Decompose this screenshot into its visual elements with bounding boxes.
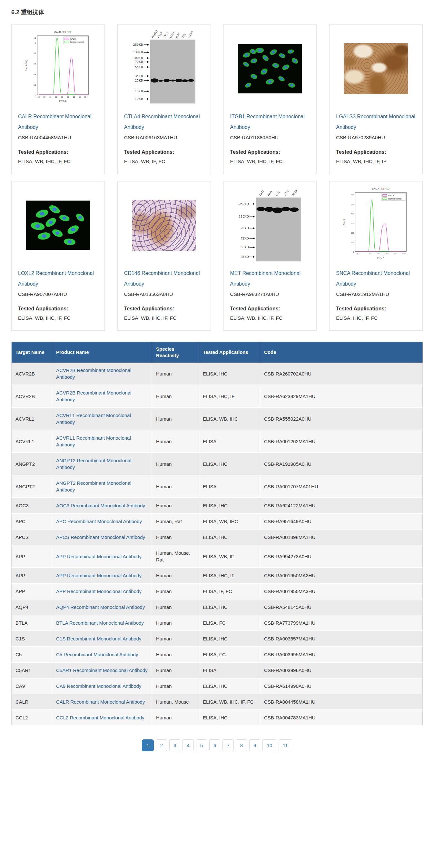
product-link[interactable]: LGALS3 Recombinant Monoclonal Antibody — [336, 111, 416, 132]
product-link[interactable]: ANGPT2 Recombinant Monoclonal Antibody — [56, 480, 131, 493]
product-link[interactable]: ANGPT2 Recombinant Monoclonal Antibody — [56, 458, 131, 470]
western-blot-image[interactable]: 293T Hela L02 PC-3 A549 250K — [230, 185, 310, 265]
product-link[interactable]: C5 Recombinant Monoclonal Antibody — [56, 652, 138, 657]
svg-text:Isotype control: Isotype control — [70, 41, 84, 43]
svg-text:1: 1 — [35, 42, 36, 44]
page-button[interactable]: 6 — [209, 739, 220, 751]
svg-text:72KD: 72KD — [241, 237, 249, 240]
western-blot-ctla4: HepG2 K562 SY5Y U251 PC-3 293 MCF7 — [129, 29, 199, 108]
page-button[interactable]: 9 — [249, 739, 260, 751]
code-cell: CSB-RA994273A0HU — [260, 545, 423, 567]
species-reactivity-cell: Human — [152, 678, 199, 694]
col-header-species-reactivity: Species Reactivity — [152, 342, 199, 363]
svg-text:FITC-A: FITC-A — [59, 100, 67, 102]
svg-text:200: 200 — [351, 232, 354, 234]
page-button[interactable]: 4 — [183, 739, 193, 751]
product-link[interactable]: CA9 Recombinant Monoclonal Antibody — [56, 683, 141, 689]
product-link[interactable]: C1S Recombinant Monoclonal Antibody — [56, 636, 141, 642]
page-button[interactable]: 2 — [156, 739, 167, 751]
product-link[interactable]: SNCA Recombinant Monoclonal Antibody — [336, 268, 416, 289]
flow-histogram-snca: SNCA / E1 / E2 0 100 200 300 400 500 602… — [341, 185, 411, 265]
svg-text:95KD: 95KD — [241, 226, 249, 230]
page-button[interactable]: 3 — [169, 739, 180, 751]
target-name-cell: APP — [11, 567, 52, 583]
product-link[interactable]: APP Recombinant Monoclonal Antibody — [56, 573, 142, 578]
product-link[interactable]: APC Recombinant Monoclonal Antibody — [56, 519, 142, 524]
if-cells-loxl2 — [26, 200, 90, 251]
svg-text:10⁶: 10⁶ — [386, 253, 389, 255]
page-button[interactable]: 5 — [196, 739, 207, 751]
featured-product-cards: CALR / E1 / E2 0 0.2 0.4 0.6 0.8 1 1.1 1… — [11, 25, 423, 331]
target-name-cell: ACVRL1 — [11, 430, 52, 453]
tested-applications-cell: ELISA, FC — [199, 647, 260, 662]
page-button[interactable]: 8 — [236, 739, 247, 751]
code-cell: CSB-RA951649A0HU — [260, 514, 423, 529]
product-link[interactable]: LOXL2 Recombinant Monoclonal Antibody — [18, 268, 98, 289]
product-link[interactable]: APP Recombinant Monoclonal Antibody — [56, 589, 142, 594]
page-button[interactable]: 11 — [279, 739, 292, 751]
ihc-image[interactable] — [336, 29, 416, 108]
code-cell: CSB-RA555022A0HU — [260, 407, 423, 430]
product-code: CSB-RA907007A0HU — [18, 289, 98, 300]
product-link[interactable]: ACVRL1 Recombinant Monoclonal Antibody — [56, 412, 131, 425]
flow-cytometry-image[interactable]: CALR / E1 / E2 0 0.2 0.4 0.6 0.8 1 1.1 1… — [18, 29, 98, 108]
product-name-cell: CA9 Recombinant Monoclonal Antibody — [52, 678, 152, 694]
code-cell: CSB-RA773799MA1HU — [260, 615, 423, 631]
table-row: ACVRL1 ACVRL1 Recombinant Monoclonal Ant… — [11, 430, 423, 453]
product-link[interactable]: CCL2 Recombinant Monoclonal Antibody — [56, 715, 145, 720]
product-link[interactable]: AQP4 Recombinant Monoclonal Antibody — [56, 604, 145, 610]
product-link[interactable]: ITGB1 Recombinant Monoclonal Antibody — [230, 111, 310, 132]
col-header-tested-applications: Tested Applications — [199, 342, 260, 363]
product-link[interactable]: CD146 Recombinant Monoclonal Antibody — [124, 268, 204, 289]
immunofluorescence-image[interactable] — [230, 29, 310, 108]
svg-text:Count (10³): Count (10³) — [25, 60, 28, 71]
svg-text:55KD: 55KD — [135, 65, 143, 69]
product-link[interactable]: ACVRL1 Recombinant Monoclonal Antibody — [56, 435, 131, 447]
product-link[interactable]: ACVR2B Recombinant Monoclonal Antibody — [56, 367, 131, 380]
table-row: C1S C1S Recombinant Monoclonal Antibody … — [11, 631, 423, 647]
species-reactivity-cell: Human — [152, 529, 199, 545]
product-link[interactable]: CALR Recombinant Monoclonal Antibody — [56, 699, 145, 705]
page-button[interactable]: 7 — [222, 739, 234, 751]
product-link[interactable]: C5AR1 Recombinant Monoclonal Antibody — [56, 668, 148, 673]
page-button[interactable]: 1 — [142, 739, 153, 751]
svg-text:10⁸: 10⁸ — [79, 96, 81, 98]
immunofluorescence-image[interactable] — [18, 185, 98, 265]
svg-text:1.1: 1.1 — [34, 37, 36, 39]
page-button[interactable]: 10 — [262, 739, 276, 751]
col-header-code: Code — [260, 342, 423, 363]
if-cells-itgb1 — [238, 43, 302, 94]
ihc-image[interactable] — [124, 185, 204, 265]
product-link[interactable]: CTLA4 Recombinant Monoclonal Antibody — [124, 111, 204, 132]
product-link[interactable]: CALR Recombinant Monoclonal Antibody — [18, 111, 98, 132]
tested-applications-value: ELISA, WB, IHC, IF, FC — [230, 314, 310, 323]
target-name-cell: ANGPT2 — [11, 475, 52, 498]
svg-text:55KD: 55KD — [241, 246, 249, 249]
product-table: Target Name Product Name Species Reactiv… — [11, 342, 423, 726]
svg-text:U251: U251 — [169, 31, 176, 39]
product-link[interactable]: BTLA Recombinant Monoclonal Antibody — [56, 620, 144, 626]
target-name-cell: ACVRL1 — [11, 407, 52, 430]
svg-text:0: 0 — [35, 94, 36, 96]
target-name-cell: ANGPT2 — [11, 453, 52, 475]
product-link[interactable]: APP Recombinant Monoclonal Antibody — [56, 554, 142, 559]
target-name-cell: C5 — [11, 647, 52, 662]
product-link[interactable]: MET Recombinant Monoclonal Antibody — [230, 268, 310, 289]
target-name-cell: AQP4 — [11, 599, 52, 615]
svg-text:15KD: 15KD — [135, 90, 143, 93]
svg-text:25KD: 25KD — [135, 79, 143, 82]
table-row: APP APP Recombinant Monoclonal Antibody … — [11, 567, 423, 583]
col-header-target-name: Target Name — [11, 342, 52, 363]
svg-text:10⁵: 10⁵ — [377, 253, 380, 255]
product-card-cd146: CD146 Recombinant Monoclonal Antibody CS… — [117, 181, 211, 331]
product-link[interactable]: ACVR2B Recombinant Monoclonal Antibody — [56, 390, 131, 402]
product-name-cell: APCS Recombinant Monoclonal Antibody — [52, 529, 152, 545]
svg-text:0.6: 0.6 — [34, 63, 36, 65]
flow-cytometry-image[interactable]: SNCA / E1 / E2 0 100 200 300 400 500 602… — [336, 185, 416, 265]
tested-applications-cell: ELISA, FC — [199, 615, 260, 631]
western-blot-image[interactable]: HepG2 K562 SY5Y U251 PC-3 293 MCF7 — [124, 29, 204, 108]
tested-applications-cell: ELISA, IHC — [199, 631, 260, 647]
product-name-cell: ACVRL1 Recombinant Monoclonal Antibody — [52, 430, 152, 453]
product-link[interactable]: APCS Recombinant Monoclonal Antibody — [56, 534, 145, 540]
product-link[interactable]: AOC3 Recombinant Monoclonal Antibody — [56, 503, 145, 508]
